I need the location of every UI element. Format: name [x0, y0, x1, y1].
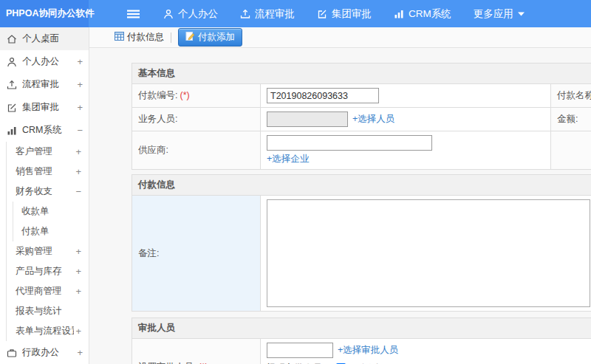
menu-icon[interactable] — [127, 9, 140, 19]
expand-icon[interactable]: + — [75, 286, 81, 297]
edit-icon — [7, 103, 17, 113]
section-title: 基本信息 — [132, 63, 591, 84]
sidebar-item-payment-order[interactable]: 付款单 — [13, 222, 89, 241]
tab-payment-add[interactable]: 付款添加 — [178, 28, 242, 47]
business-person-input — [267, 111, 348, 127]
top-bar: PHPOA协同办公软件 个人办公 流程审批 集团审批 CRM系统 更多应 — [0, 0, 591, 27]
row-business-person: 业务人员: +选择人员 金额: — [132, 108, 591, 131]
payment-name-label: 付款名称: — [557, 90, 591, 100]
approver-input[interactable] — [267, 343, 333, 358]
table-icon — [115, 32, 124, 43]
required-mark: (*) — [198, 362, 208, 364]
remark-label: 备注: — [138, 248, 159, 258]
tab-payment-info[interactable]: 付款信息 — [115, 31, 164, 44]
user-icon — [163, 9, 174, 19]
section-title: 审批人员 — [132, 318, 591, 339]
finance-submenu: 收款单 付款单 — [13, 202, 89, 241]
form-add-icon — [185, 32, 195, 43]
required-mark: (*) — [180, 90, 189, 100]
sidebar-item-finance[interactable]: 财务收支 − — [7, 182, 89, 202]
expand-icon[interactable]: + — [75, 246, 81, 257]
payment-no-label: 付款编号: — [138, 90, 177, 100]
sidebar-item-crm[interactable]: CRM系统 − — [0, 119, 89, 142]
crm-submenu: 客户管理 + 销售管理 + 财务收支 − 收款单 付款单 采购管理 — [6, 142, 89, 341]
top-nav: 个人办公 流程审批 集团审批 CRM系统 更多应用 — [89, 0, 525, 27]
collapse-icon[interactable]: − — [77, 125, 83, 136]
topnav-personal-office[interactable]: 个人办公 — [163, 7, 218, 21]
sidebar-item-admin-office[interactable]: 行政办公 + — [0, 341, 89, 364]
tab-strip: 付款信息 付款添加 — [89, 27, 591, 48]
expand-icon[interactable]: + — [75, 146, 81, 157]
expand-icon[interactable]: + — [77, 79, 83, 90]
chart-icon — [7, 126, 17, 136]
topnav-more-apps[interactable]: 更多应用 — [474, 7, 525, 21]
expand-icon[interactable]: + — [75, 266, 81, 277]
expand-icon[interactable]: + — [77, 56, 83, 67]
form-content: 基本信息 付款编号:(*) 付款名称:(*) 业务人员: — [89, 48, 591, 364]
briefcase-icon — [7, 348, 17, 358]
topnav-flow-approval[interactable]: 流程审批 — [240, 7, 295, 21]
sidebar-item-receipt-order[interactable]: 收款单 — [13, 202, 89, 222]
sidebar-item-agent-mgmt[interactable]: 代理商管理 + — [7, 281, 89, 301]
supplier-label: 供应商: — [138, 145, 168, 155]
topnav-group-approval[interactable]: 集团审批 — [317, 7, 372, 21]
sidebar-item-customer-mgmt[interactable]: 客户管理 + — [7, 142, 89, 162]
sidebar-item-group-approval[interactable]: 集团审批 + — [0, 96, 89, 119]
expand-icon[interactable]: + — [75, 326, 81, 337]
caret-down-icon — [518, 12, 525, 16]
select-approver-link[interactable]: +选择审批人员 — [338, 345, 398, 355]
select-person-link[interactable]: +选择人员 — [352, 114, 394, 124]
section-payment-info: 付款信息 备注: — [131, 174, 591, 312]
section-approval: 审批人员 设置审批人员:(*) +选择审批人员 提醒审批人员：短消息提示 注：流… — [131, 317, 591, 364]
collapse-icon[interactable]: − — [75, 186, 81, 197]
payment-no-input[interactable] — [267, 88, 379, 103]
user-icon — [7, 57, 17, 67]
business-person-label: 业务人员: — [138, 114, 177, 124]
home-icon — [7, 34, 17, 44]
amount-label: 金额: — [557, 114, 578, 124]
select-company-link[interactable]: +选择企业 — [267, 153, 544, 165]
sidebar: 个人桌面 个人办公 + 流程审批 + 集团审批 + CRM系统 − 客户管理 + — [0, 27, 89, 364]
expand-icon[interactable]: + — [77, 102, 83, 113]
app-logo: PHPOA协同办公软件 — [0, 0, 89, 27]
sidebar-item-flow-approval[interactable]: 流程审批 + — [0, 73, 89, 96]
row-set-approver: 设置审批人员:(*) +选择审批人员 提醒审批人员：短消息提示 注：流程第一步审… — [132, 339, 591, 364]
sidebar-item-personal-desktop[interactable]: 个人桌面 — [0, 27, 89, 50]
topnav-crm[interactable]: CRM系统 — [394, 7, 451, 21]
flow-icon — [7, 80, 17, 90]
remark-textarea[interactable] — [267, 199, 590, 307]
section-basic-info: 基本信息 付款编号:(*) 付款名称:(*) 业务人员: — [131, 63, 591, 170]
row-remark: 备注: — [132, 196, 591, 312]
supplier-input[interactable] — [267, 135, 432, 151]
tab-divider — [171, 32, 171, 43]
expand-icon[interactable]: + — [77, 347, 83, 358]
chart-icon — [394, 9, 404, 19]
section-title: 付款信息 — [132, 175, 591, 196]
set-approver-label: 设置审批人员: — [138, 362, 196, 364]
sidebar-item-reports-stats[interactable]: 报表与统计 — [7, 301, 89, 321]
row-supplier: 供应商: +选择企业 — [132, 131, 591, 170]
edit-icon — [317, 9, 327, 19]
main-area: 付款信息 付款添加 基本信息 付款编号:(*) — [89, 27, 591, 364]
row-payment-no: 付款编号:(*) 付款名称:(*) — [132, 84, 591, 108]
expand-icon[interactable]: + — [75, 166, 81, 177]
sidebar-item-product-inventory[interactable]: 产品与库存 + — [7, 261, 89, 281]
flow-icon — [240, 9, 250, 19]
sidebar-item-personal-office[interactable]: 个人办公 + — [0, 50, 89, 73]
sidebar-item-sales-mgmt[interactable]: 销售管理 + — [7, 162, 89, 182]
sidebar-item-form-flow-settings[interactable]: 表单与流程设置 + — [7, 321, 89, 341]
sidebar-item-purchase-mgmt[interactable]: 采购管理 + — [7, 241, 89, 261]
